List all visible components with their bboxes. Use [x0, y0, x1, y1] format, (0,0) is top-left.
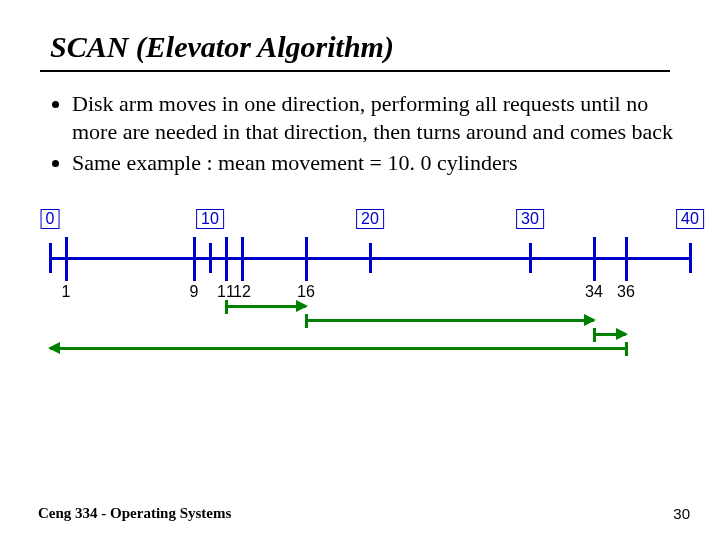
bullet-list: Disk arm moves in one direction, perform… [50, 90, 680, 177]
minor-tick [225, 237, 228, 281]
movement-arrow [50, 347, 626, 350]
major-tick-label: 30 [516, 209, 544, 229]
movement-arrow [594, 333, 626, 336]
page-title: SCAN (Elevator Algorithm) [50, 30, 680, 64]
bullet-1: Disk arm moves in one direction, perform… [72, 90, 680, 145]
footer-text: Ceng 334 - Operating Systems [38, 505, 231, 522]
arrow-start-cap [593, 328, 596, 342]
major-tick [529, 243, 532, 273]
major-tick [49, 243, 52, 273]
title-underline [40, 70, 670, 72]
movement-arrow [226, 305, 306, 308]
minor-tick-label: 36 [617, 283, 635, 301]
major-tick [369, 243, 372, 273]
minor-tick-label: 9 [190, 283, 199, 301]
arrow-start-cap [625, 342, 628, 356]
major-tick-label: 0 [41, 209, 60, 229]
minor-tick-label: 34 [585, 283, 603, 301]
minor-tick [593, 237, 596, 281]
scan-diagram: 010203040191112163436 [40, 205, 680, 375]
minor-tick-label: 1 [62, 283, 71, 301]
minor-tick [193, 237, 196, 281]
major-tick-label: 20 [356, 209, 384, 229]
minor-tick [305, 237, 308, 281]
bullet-2: Same example : mean movement = 10. 0 cyl… [72, 149, 680, 177]
movement-arrow [306, 319, 594, 322]
major-tick [209, 243, 212, 273]
major-tick [689, 243, 692, 273]
minor-tick-label: 16 [297, 283, 315, 301]
minor-tick [625, 237, 628, 281]
minor-tick [65, 237, 68, 281]
minor-tick [241, 237, 244, 281]
major-tick-label: 10 [196, 209, 224, 229]
arrow-start-cap [225, 300, 228, 314]
major-tick-label: 40 [676, 209, 704, 229]
page-number: 30 [673, 505, 690, 522]
minor-tick-label: 12 [233, 283, 251, 301]
arrow-start-cap [305, 314, 308, 328]
